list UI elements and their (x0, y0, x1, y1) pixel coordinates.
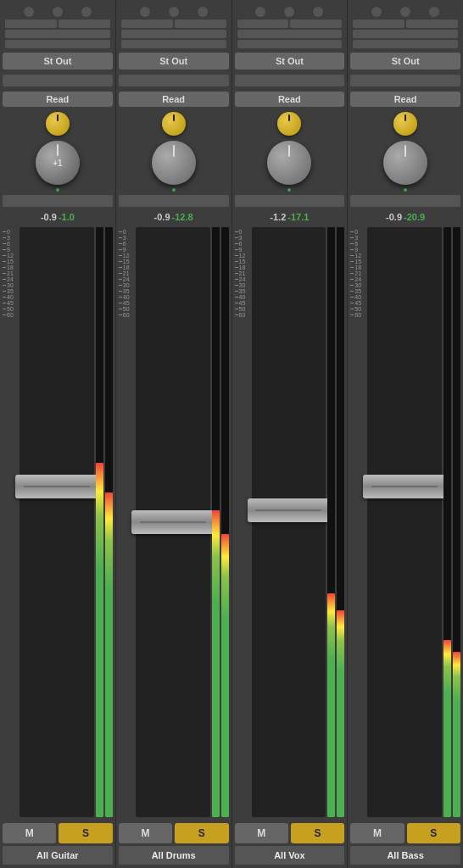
dot-row (121, 7, 226, 17)
fader-track[interactable] (20, 227, 94, 817)
mute-button[interactable]: M (3, 823, 56, 843)
pan-knob[interactable] (152, 141, 196, 185)
pan-section: +1 (3, 141, 113, 185)
scale-mark: 6 (235, 241, 250, 247)
channel-all-drums: St Out Read -0.9 -12.8 (116, 0, 232, 868)
scale-mark: 6 (350, 241, 365, 247)
pan-indicator (350, 188, 460, 192)
vu-fill-left (212, 510, 220, 817)
scale-mark: 50 (235, 306, 250, 312)
output-button[interactable]: St Out (119, 53, 229, 70)
solo-button[interactable]: S (291, 823, 344, 843)
scale-mark: 45 (350, 300, 365, 306)
vu-fill-right (337, 610, 344, 817)
level-readout: -0.9 -20.9 (350, 212, 460, 222)
scale-mark: 12 (3, 253, 18, 259)
ms-section: M S (119, 823, 229, 843)
vu-meter-right (453, 227, 460, 817)
pad-dot (313, 7, 323, 17)
fader-track[interactable] (136, 227, 210, 817)
pad-dot (24, 7, 34, 17)
fader-handle[interactable] (363, 475, 446, 498)
automation-button[interactable]: Read (119, 92, 229, 107)
scale-mark: 35 (235, 288, 250, 294)
solo-button[interactable]: S (59, 823, 112, 843)
pad-dot (400, 7, 410, 17)
pan-dot-inner (287, 188, 291, 192)
dot-row (353, 7, 458, 17)
top-section (235, 3, 345, 50)
level-green: -1.0 (59, 212, 75, 222)
scale-mark: 50 (119, 306, 134, 312)
automation-button[interactable]: Read (235, 92, 345, 107)
scale-mark: 40 (350, 294, 365, 300)
rect-pad (5, 30, 110, 38)
top-section (350, 3, 460, 50)
pan-knob[interactable]: +1 (36, 141, 80, 185)
pan-dot-inner (56, 188, 59, 192)
pan-dot-inner (172, 188, 176, 192)
fader-track[interactable] (252, 227, 326, 817)
vu-fill-right (453, 652, 460, 817)
fader-track[interactable] (367, 227, 442, 817)
fader-handle[interactable] (248, 498, 331, 522)
fader-section: 0 3 6 9 (3, 227, 113, 817)
scale-mark: 50 (350, 306, 365, 312)
vu-fill-left (443, 640, 451, 817)
output-button[interactable]: St Out (350, 53, 460, 70)
channel-name: All Guitar (3, 846, 113, 865)
pan-knob[interactable] (383, 141, 427, 185)
vu-meter-left (327, 227, 335, 817)
solo-button[interactable]: S (175, 823, 228, 843)
vu-meter-right (105, 227, 113, 817)
scale-mark: 0 (235, 229, 250, 235)
rect-row (5, 30, 110, 38)
pan-indicator (119, 188, 229, 192)
pad-dot (371, 7, 382, 17)
automation-button[interactable]: Read (3, 92, 113, 107)
fader-handle[interactable] (15, 475, 98, 498)
channel-all-bass: St Out Read -0.9 -20.9 (348, 0, 463, 868)
pan-knob[interactable] (267, 141, 311, 185)
mute-button[interactable]: M (235, 823, 288, 843)
vu-fill-right (221, 534, 229, 817)
rect-row (121, 30, 226, 38)
level-readout: -1.2 -17.1 (235, 212, 345, 222)
automation-button[interactable]: Read (350, 92, 460, 107)
solo-button[interactable]: S (407, 823, 460, 843)
rect-pad (290, 19, 342, 28)
rect-pad (121, 19, 173, 28)
channel-name: All Drums (119, 846, 229, 865)
rect-row (237, 19, 343, 28)
scale-mark: 3 (119, 235, 134, 241)
send-knob[interactable] (393, 112, 417, 136)
send-knob-section (235, 112, 345, 136)
send-knob[interactable] (277, 112, 301, 136)
vu-fill-left (327, 593, 335, 817)
channel-name: All Vox (235, 846, 345, 865)
scale-mark: 9 (235, 247, 250, 253)
scale-mark: 15 (3, 259, 18, 264)
scale-mark: 40 (235, 294, 250, 300)
gain-display-bar (350, 195, 460, 207)
output-button[interactable]: St Out (235, 53, 345, 70)
pad-dot (255, 7, 265, 17)
pan-indicator (235, 188, 345, 192)
scale-mark: 35 (3, 288, 18, 294)
fader-handle[interactable] (131, 510, 215, 534)
mute-button[interactable]: M (119, 823, 172, 843)
rect-row (353, 40, 458, 48)
send-knob-section (119, 112, 229, 136)
scale-mark: 45 (235, 300, 250, 306)
send-knob[interactable] (46, 112, 70, 136)
input-bar (235, 75, 345, 86)
rect-pad (121, 30, 226, 38)
rect-pad (237, 19, 289, 28)
send-knob[interactable] (162, 112, 186, 136)
output-button[interactable]: St Out (3, 53, 113, 70)
channel-all-guitar: St Out Read +1 -0.9 -1.0 (0, 0, 116, 868)
mute-button[interactable]: M (350, 823, 404, 843)
scale-mark: 21 (350, 270, 365, 276)
vu-meter-left (443, 227, 451, 817)
vu-meter-left (212, 227, 220, 817)
